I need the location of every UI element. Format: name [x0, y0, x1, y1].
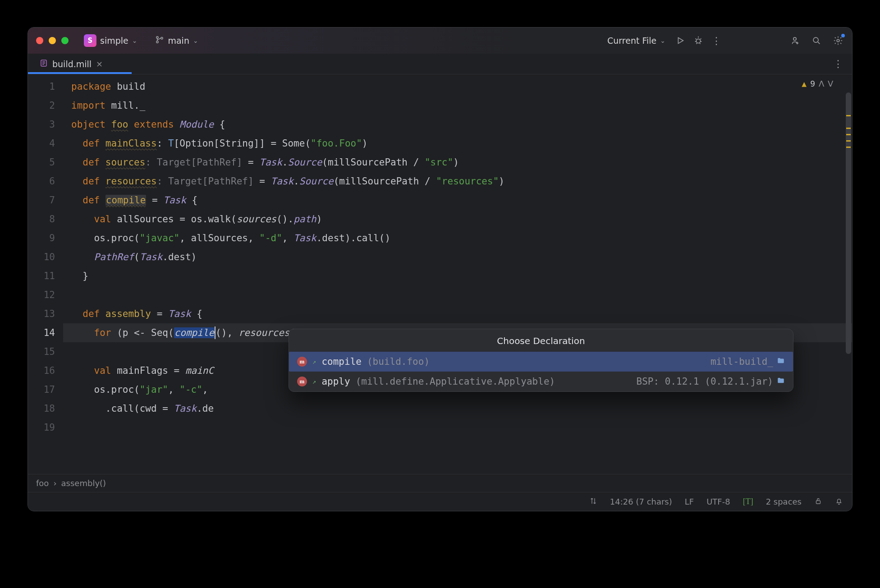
option-name: apply [321, 376, 350, 387]
run-config-selector[interactable]: Current File ⌄ [605, 34, 668, 47]
line-number: 12 [28, 285, 55, 304]
svg-point-1 [156, 41, 158, 43]
line-number: 13 [28, 304, 55, 323]
titlebar: S simple ⌄ main ⌄ Current File ⌄ ⋮ [28, 28, 852, 54]
branch-selector[interactable]: main ⌄ [152, 33, 201, 48]
type-aware-badge[interactable]: [T] [743, 497, 753, 506]
svg-point-4 [793, 37, 796, 40]
status-bar: 14:26 (7 chars) LF UTF-8 [T] 2 spaces [28, 492, 852, 511]
line-number: 18 [28, 399, 55, 418]
svg-point-2 [161, 37, 163, 39]
method-icon: m [297, 357, 307, 367]
line-number: 19 [28, 418, 55, 437]
breadcrumb-separator-icon: › [53, 478, 56, 488]
line-number: 8 [28, 210, 55, 229]
tab-more-button[interactable]: ⋮ [833, 58, 843, 69]
file-encoding[interactable]: UTF-8 [706, 497, 730, 506]
update-indicator-icon [841, 34, 845, 37]
branch-icon [155, 35, 164, 46]
code-with-me-icon[interactable] [789, 35, 801, 46]
gutter: 1 2 3 4 5 6 7 8 9 10 11 12 13 14 15 16 1… [28, 74, 63, 474]
close-tab-icon[interactable]: × [96, 59, 103, 69]
option-module: mill-build_ [710, 356, 773, 367]
minimize-window-button[interactable] [49, 37, 56, 44]
svg-point-0 [156, 37, 158, 38]
branch-name: main [168, 36, 189, 46]
tab-label: build.mill [52, 59, 92, 69]
link-icon: ↗ [312, 358, 316, 365]
run-button[interactable] [674, 35, 686, 46]
lock-icon[interactable] [814, 497, 822, 507]
line-number: 2 [28, 96, 55, 115]
more-actions-button[interactable]: ⋮ [710, 35, 722, 46]
search-icon[interactable] [811, 35, 822, 46]
line-number: 3 [28, 115, 55, 134]
code-content[interactable]: package build import mill._ object foo e… [63, 74, 852, 474]
close-window-button[interactable] [36, 37, 43, 44]
tab-build-mill[interactable]: build.mill × [32, 54, 110, 74]
line-number: 9 [28, 229, 55, 248]
svg-point-6 [837, 39, 839, 42]
option-name: compile [321, 356, 362, 367]
option-location: (mill.define.Applicative.Applyable) [356, 376, 555, 387]
option-location: (build.foo) [367, 356, 430, 367]
link-icon: ↗ [312, 378, 316, 385]
warning-icon: ▲ [802, 79, 807, 88]
marker-strip [845, 74, 852, 474]
ide-window: S simple ⌄ main ⌄ Current File ⌄ ⋮ [28, 27, 852, 511]
project-badge-icon: S [84, 34, 96, 47]
folder-icon [777, 356, 785, 367]
sync-icon[interactable] [589, 497, 597, 507]
code-editor[interactable]: 1 2 3 4 5 6 7 8 9 10 11 12 13 14 15 16 1… [28, 74, 852, 474]
declaration-option[interactable]: m ↗ compile (build.foo) mill-build_ [289, 352, 793, 372]
run-config-name: Current File [607, 36, 656, 46]
line-number: 15 [28, 342, 55, 361]
line-number: 5 [28, 153, 55, 172]
indent-setting[interactable]: 2 spaces [766, 497, 802, 506]
line-number: 4 [28, 134, 55, 153]
line-number: 10 [28, 248, 55, 266]
folder-icon [777, 376, 785, 387]
debug-button[interactable] [692, 35, 704, 46]
line-number: 16 [28, 361, 55, 380]
popup-title: Choose Declaration [289, 329, 793, 352]
svg-point-3 [696, 39, 700, 43]
line-number: 14 [28, 323, 55, 342]
project-name: simple [100, 36, 128, 46]
choose-declaration-popup: Choose Declaration m ↗ compile (build.fo… [289, 329, 793, 392]
declaration-option[interactable]: m ↗ apply (mill.define.Applicative.Apply… [289, 372, 793, 391]
line-number: 11 [28, 266, 55, 285]
svg-rect-8 [816, 501, 820, 504]
active-tab-indicator [28, 72, 132, 74]
maximize-window-button[interactable] [61, 37, 69, 44]
breadcrumb-item[interactable]: foo [36, 478, 49, 488]
editor-tabs: build.mill × ⋮ [28, 54, 852, 74]
option-module: BSP: 0.12.1 (0.12.1.jar) [637, 376, 773, 387]
line-number: 6 [28, 172, 55, 191]
project-selector[interactable]: S simple ⌄ [81, 32, 140, 49]
notifications-icon[interactable] [835, 497, 843, 507]
line-number: 1 [28, 77, 55, 96]
svg-point-5 [813, 37, 818, 42]
breadcrumb-item[interactable]: assembly() [61, 478, 106, 488]
chevron-down-icon: ⌄ [132, 37, 138, 44]
next-problem-icon[interactable]: ᐯ [828, 79, 833, 88]
breadcrumb[interactable]: foo › assembly() [28, 474, 852, 492]
line-ending[interactable]: LF [685, 497, 694, 506]
window-controls [36, 37, 69, 44]
line-number: 17 [28, 380, 55, 399]
cursor-position[interactable]: 14:26 (7 chars) [610, 497, 672, 506]
inspection-summary[interactable]: ▲ 9 ᐱ ᐯ [802, 79, 833, 88]
warning-count: 9 [810, 79, 815, 88]
chevron-down-icon: ⌄ [193, 37, 198, 44]
prev-problem-icon[interactable]: ᐱ [819, 79, 824, 88]
settings-icon[interactable] [832, 35, 844, 46]
method-icon: m [297, 377, 307, 386]
line-number: 7 [28, 191, 55, 210]
file-icon [40, 59, 48, 69]
chevron-down-icon: ⌄ [660, 37, 665, 44]
